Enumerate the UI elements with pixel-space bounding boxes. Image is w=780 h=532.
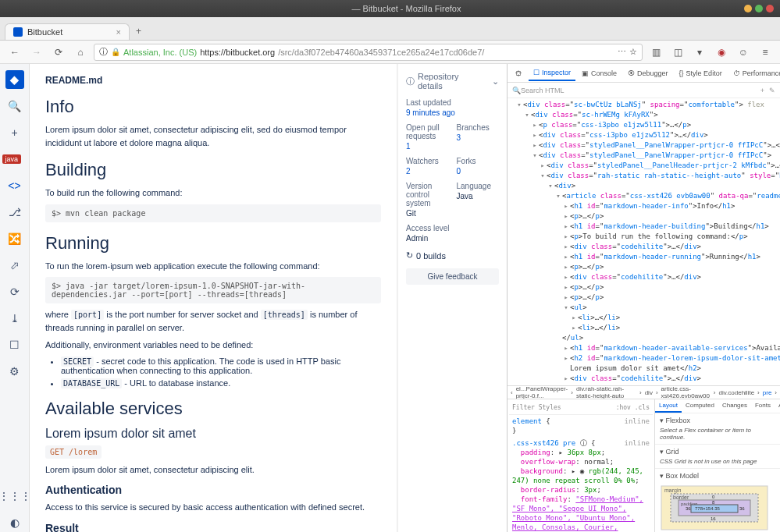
bitbucket-favicon-icon xyxy=(13,27,23,37)
picker-icon[interactable]: ⯐ xyxy=(511,66,527,80)
svg-text:778×154.35: 778×154.35 xyxy=(695,506,721,511)
repo-details-panel: ⓘ Repository details ⌄ Last updated 9 mi… xyxy=(397,64,507,532)
feedback-button[interactable]: Give feedback xyxy=(406,268,499,285)
heading-auth: Authentication xyxy=(45,484,381,496)
dom-breadcrumb[interactable]: ‹ el...PanelWrapper-prtjcr-0.f...› div.r… xyxy=(508,385,780,399)
tab-inspector[interactable]: ☐ Inspector xyxy=(529,66,575,81)
endpoint-badge: GET /lorem xyxy=(45,445,102,459)
devtools-tabs: ⯐ ☐ Inspector ▣ Console ⦿ Debugger {} St… xyxy=(508,64,780,83)
shield-icon[interactable]: ◉ xyxy=(713,44,730,61)
bitbucket-logo-icon[interactable]: ◆ xyxy=(5,70,24,89)
tab-bitbucket[interactable]: Bitbucket × xyxy=(5,23,130,40)
auth-paragraph: Access to this service is secured by bas… xyxy=(45,501,381,514)
svg-text:border: border xyxy=(673,495,689,500)
apps-icon[interactable]: ⋮⋮⋮ xyxy=(5,487,24,505)
svg-text:36: 36 xyxy=(686,506,691,511)
last-updated-label: Last updated xyxy=(406,98,499,107)
minimize-icon[interactable] xyxy=(744,5,752,12)
tab-close-icon[interactable]: × xyxy=(116,27,121,37)
builds-row[interactable]: ↻ 0 builds xyxy=(406,250,499,261)
env-paragraph: Additionally, environment variables need… xyxy=(45,339,381,352)
run-code-block: $> java -jar target/lorem-ipsum-1.0-SNAP… xyxy=(45,277,381,303)
dom-tree[interactable]: ▾<div class="sc-bwCtUz bLaNSj" spacing="… xyxy=(508,98,780,385)
eyedropper-icon[interactable]: ✎ xyxy=(769,87,775,94)
close-icon[interactable] xyxy=(766,5,774,12)
where-paragraph: where [port] is the port number for serv… xyxy=(45,308,381,334)
ssl-org: Atlassian, Inc. (US) xyxy=(123,48,197,57)
pull-requests-icon[interactable]: ⬀ xyxy=(5,256,24,275)
layout-panel: Layout Computed Changes Fonts Animat ▾ F… xyxy=(655,399,780,532)
dom-search[interactable]: 🔍 Search HTML+✎ xyxy=(508,83,780,98)
layout-tab-changes[interactable]: Changes xyxy=(718,399,751,413)
tab-title: Bitbucket xyxy=(27,27,62,37)
devtools-panel: ⯐ ☐ Inspector ▣ Console ⦿ Debugger {} St… xyxy=(507,64,780,532)
reload-button[interactable]: ⟳ xyxy=(50,44,67,61)
branches-icon[interactable]: 🔀 xyxy=(5,229,24,248)
lock-icon: 🔒 xyxy=(111,48,120,56)
bitbucket-sidebar: ◆ 🔍 + java <> ⎇ 🔀 ⬀ ⟳ ⤓ ☐ ⚙ ⋮⋮⋮ ◐ xyxy=(0,64,30,532)
heading-building: Building xyxy=(45,160,381,180)
window-controls xyxy=(744,5,774,12)
box-model-diagram[interactable]: margin border padding 778×154.35 0 36 36… xyxy=(660,484,769,532)
back-button[interactable]: ← xyxy=(6,44,23,61)
java-lang-icon[interactable]: java xyxy=(5,150,24,168)
heading-result: Result xyxy=(45,522,381,533)
help-icon[interactable]: ◐ xyxy=(5,513,24,532)
tab-console[interactable]: ▣ Console xyxy=(577,66,622,80)
account-icon[interactable]: ☺ xyxy=(735,44,752,61)
more-icon[interactable]: ⋯ xyxy=(618,47,626,57)
window-titlebar: — Bitbucket - Mozilla Firefox xyxy=(0,0,780,17)
port-code: [port] xyxy=(71,310,104,320)
layout-tab-anim[interactable]: Animat xyxy=(775,399,780,413)
home-button[interactable]: ⌂ xyxy=(72,44,89,61)
heading-lorem: Lorem ipsum dolor sit amet xyxy=(45,427,381,441)
chevron-down-icon[interactable]: ⌄ xyxy=(492,76,499,87)
threads-code: [threads] xyxy=(261,310,308,320)
downloads-icon[interactable]: ⤓ xyxy=(5,309,24,328)
info-icon: ⓘ xyxy=(406,76,415,87)
maximize-icon[interactable] xyxy=(755,5,763,12)
styles-panel[interactable]: Filter Styles:hov .cls element {inline} … xyxy=(508,399,655,532)
run-instruction: To run the lorem-ipsum web application e… xyxy=(45,260,381,273)
search-icon[interactable]: 🔍 xyxy=(5,97,24,115)
tab-style-editor[interactable]: {} Style Editor xyxy=(675,66,727,80)
layout-tab-layout[interactable]: Layout xyxy=(655,399,682,413)
builds-icon: ↻ xyxy=(406,250,413,261)
info-icon[interactable]: ⓘ xyxy=(99,46,108,58)
list-item: DATABASE_URL - URL to database instance. xyxy=(61,378,381,388)
new-tab-button[interactable]: + xyxy=(130,23,148,40)
tab-performance[interactable]: ⏱ Performance xyxy=(728,66,780,80)
pocket-icon[interactable]: ▾ xyxy=(691,44,708,61)
window-title: — Bitbucket - Mozilla Firefox xyxy=(69,4,744,13)
menu-icon[interactable]: ≡ xyxy=(757,44,774,61)
heading-info: Info xyxy=(45,97,381,117)
source-icon[interactable]: <> xyxy=(5,176,24,195)
reader-icon[interactable]: ☆ xyxy=(629,47,637,57)
url-host: https://bitbucket.org xyxy=(200,48,275,57)
url-path: /src/da3f072eb47460a3459371ce265a24e17cd… xyxy=(278,48,484,57)
layout-tab-computed[interactable]: Computed xyxy=(682,399,718,413)
settings-icon[interactable]: ⚙ xyxy=(5,362,24,381)
browser-tabs: Bitbucket × + xyxy=(0,17,780,41)
env-list: SECRET - secret code to this application… xyxy=(45,356,381,388)
heading-running: Running xyxy=(45,233,381,254)
forward-button[interactable]: → xyxy=(28,44,45,61)
add-node-icon[interactable]: + xyxy=(760,87,764,94)
svg-text:36: 36 xyxy=(739,506,745,511)
pipelines-icon[interactable]: ⟳ xyxy=(5,282,24,301)
layout-tab-fonts[interactable]: Fonts xyxy=(751,399,775,413)
boards-icon[interactable]: ☐ xyxy=(5,335,24,354)
tab-debugger[interactable]: ⦿ Debugger xyxy=(623,66,673,80)
add-icon[interactable]: + xyxy=(5,123,24,142)
library-icon[interactable]: ▥ xyxy=(647,44,664,61)
build-instruction: To build run the following command: xyxy=(45,186,381,200)
svg-text:margin: margin xyxy=(664,488,682,494)
heading-services: Available services xyxy=(45,399,381,419)
svg-text:16: 16 xyxy=(711,516,716,521)
repo-details-header[interactable]: ⓘ Repository details ⌄ xyxy=(406,72,499,90)
commits-icon[interactable]: ⎇ xyxy=(5,203,24,222)
last-updated-value[interactable]: 9 minutes ago xyxy=(406,108,499,117)
url-field[interactable]: ⓘ 🔒 Atlassian, Inc. (US) https://bitbuck… xyxy=(94,44,643,61)
list-item: SECRET - secret code to this application… xyxy=(61,356,381,375)
sidebar-icon[interactable]: ◫ xyxy=(669,44,686,61)
